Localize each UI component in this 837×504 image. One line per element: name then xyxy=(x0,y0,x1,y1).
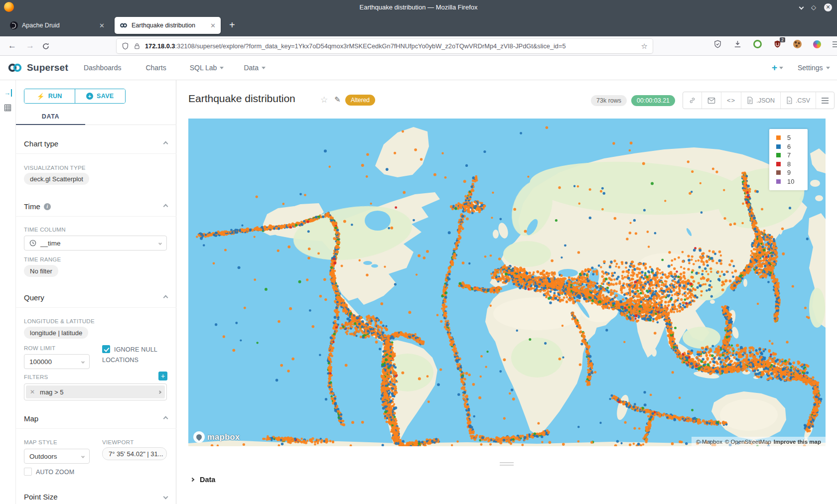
section-time[interactable]: Timei xyxy=(16,197,176,217)
time-column-label: TIME COLUMN xyxy=(24,227,66,233)
minimize-icon[interactable] xyxy=(799,5,804,10)
lonlat-value[interactable]: longitude | latitude xyxy=(24,327,88,339)
tab-apache-druid[interactable]: Apache Druid ✕ xyxy=(5,17,110,34)
auto-zoom-checkbox[interactable] xyxy=(24,468,32,476)
datasource-grid-icon[interactable] xyxy=(4,104,11,112)
ignore-null-checkbox[interactable] xyxy=(102,345,110,353)
tab-earthquake-distribution[interactable]: Earthquake distribution ✕ xyxy=(115,17,221,34)
active-tab-indicator xyxy=(16,124,85,125)
tab-close-icon[interactable]: ✕ xyxy=(210,22,216,29)
nav-sql-lab[interactable]: SQL Lab xyxy=(190,64,224,72)
menu-icon xyxy=(822,100,829,101)
time-column-select[interactable]: __time xyxy=(24,236,167,251)
superset-logo[interactable] xyxy=(6,62,24,74)
edit-title-icon[interactable]: ✎ xyxy=(334,95,341,104)
section-map[interactable]: Map xyxy=(16,409,176,429)
superset-favicon xyxy=(120,21,128,29)
ublock-icon[interactable]: 2 xyxy=(773,40,782,48)
legend-item[interactable]: 10 xyxy=(776,177,808,186)
more-options-button[interactable] xyxy=(816,92,834,109)
insecure-lock-icon[interactable] xyxy=(134,43,140,50)
viz-type-label: VISUALIZATION TYPE xyxy=(24,165,86,171)
altered-badge[interactable]: Altered xyxy=(345,95,375,106)
close-window-icon[interactable]: ✕ xyxy=(824,3,832,11)
menu-icon[interactable] xyxy=(833,44,837,45)
embed-code-button[interactable]: <> xyxy=(721,92,741,109)
protections-shield-icon[interactable] xyxy=(713,40,722,48)
map-style-label: MAP STYLE xyxy=(24,439,57,445)
nav-data[interactable]: Data xyxy=(244,64,266,72)
map-style-select[interactable]: Outdoors xyxy=(24,449,90,464)
email-button[interactable] xyxy=(702,92,721,109)
viewport-value[interactable]: 7° 35' 54.02" | 31... xyxy=(102,447,167,460)
resize-handle[interactable] xyxy=(500,462,514,467)
section-query[interactable]: Query xyxy=(16,288,176,308)
chevron-down-icon xyxy=(262,67,266,69)
bolt-icon: ⚡ xyxy=(37,93,45,100)
query-timer-badge: 00:00:03.21 xyxy=(631,95,675,106)
permissions-shield-icon[interactable] xyxy=(122,42,129,50)
section-chart-type[interactable]: Chart type xyxy=(16,134,176,154)
legend-item[interactable]: 6 xyxy=(776,142,808,151)
add-filter-button[interactable]: + xyxy=(158,372,167,380)
viz-type-value[interactable]: deck.gl Scatterplot xyxy=(24,173,89,185)
filter-chip[interactable]: ✕ mag > 5 xyxy=(26,385,165,398)
browser-toolbar: ← → 172.18.0.3:32108/superset/explore/?f… xyxy=(0,36,837,56)
save-plus-icon: + xyxy=(86,93,93,100)
bookmark-star-icon[interactable]: ☆ xyxy=(641,42,648,51)
filters-label: FILTERS xyxy=(24,374,48,380)
export-json-button[interactable]: .JSON xyxy=(741,92,781,109)
data-panel-toggle[interactable]: Data xyxy=(191,476,215,484)
earthquake-scatter-layer xyxy=(188,119,826,446)
cookie-addon-icon[interactable] xyxy=(793,40,802,48)
copy-link-button[interactable] xyxy=(683,92,702,109)
mapbox-logo[interactable]: mapbox xyxy=(193,431,240,443)
settings-menu[interactable]: Settings xyxy=(798,64,830,72)
left-rail: → xyxy=(0,80,16,504)
save-button[interactable]: +SAVE xyxy=(75,89,126,103)
panel-tabs: DATA xyxy=(16,108,176,125)
superset-navbar: Superset Dashboards Charts SQL Lab Data … xyxy=(0,56,837,80)
brand-name[interactable]: Superset xyxy=(27,62,68,73)
chevron-down-icon xyxy=(826,67,830,69)
forward-icon[interactable]: → xyxy=(26,41,34,51)
url-host: 172.18.0.3 xyxy=(145,42,175,50)
run-button[interactable]: ⚡RUN xyxy=(24,89,75,103)
remove-filter-icon[interactable]: ✕ xyxy=(30,388,35,395)
legend-item[interactable]: 8 xyxy=(776,160,808,169)
control-panel: ⚡RUN +SAVE DATA Chart type VISUALIZATION… xyxy=(16,80,176,504)
section-point-size[interactable]: Point Size xyxy=(16,487,176,504)
new-tab-button[interactable]: + xyxy=(229,19,235,31)
deckgl-map[interactable]: 5 6 7 8 9 10 mapbox © Mapbox © OpenStree… xyxy=(188,119,826,446)
attribution-osm[interactable]: © OpenStreetMap xyxy=(725,439,771,445)
extension-green-icon[interactable] xyxy=(753,40,762,48)
reload-icon[interactable] xyxy=(42,42,50,50)
collapse-panel-icon[interactable]: → xyxy=(4,89,12,97)
row-limit-select[interactable]: 100000 xyxy=(24,354,90,369)
ignore-null-control[interactable]: IGNORE NULL LOCATIONS xyxy=(102,344,165,365)
tab-close-icon[interactable]: ✕ xyxy=(99,22,105,29)
maximize-icon[interactable]: ◇ xyxy=(811,3,816,11)
tab-bar: Apache Druid ✕ Earthquake distribution ✕… xyxy=(0,14,837,36)
attribution-improve-link[interactable]: Improve this map xyxy=(774,439,821,445)
back-icon[interactable]: ← xyxy=(8,41,16,51)
chevron-up-icon xyxy=(163,141,168,146)
downloads-icon[interactable] xyxy=(733,40,742,48)
attribution-mapbox[interactable]: © Mapbox xyxy=(696,439,722,445)
colorful-addon-icon[interactable] xyxy=(813,40,821,48)
firefox-logo-icon xyxy=(4,2,14,12)
export-csv-button[interactable]: .CSV xyxy=(781,92,816,109)
favorite-star-icon[interactable]: ☆ xyxy=(320,95,328,105)
time-range-value[interactable]: No filter xyxy=(24,265,58,277)
url-bar[interactable]: 172.18.0.3:32108/superset/explore/?form_… xyxy=(117,39,653,53)
auto-zoom-control[interactable]: AUTO ZOOM xyxy=(24,467,74,476)
chevron-right-icon xyxy=(158,390,161,393)
legend-item[interactable]: 9 xyxy=(776,168,808,177)
nav-charts[interactable]: Charts xyxy=(145,64,166,72)
nav-dashboards[interactable]: Dashboards xyxy=(84,64,122,72)
legend-item[interactable]: 7 xyxy=(776,151,808,160)
tab-data[interactable]: DATA xyxy=(16,108,85,125)
add-new-button[interactable]: + xyxy=(772,62,783,73)
code-icon: <> xyxy=(727,97,735,104)
legend-item[interactable]: 5 xyxy=(776,133,808,142)
